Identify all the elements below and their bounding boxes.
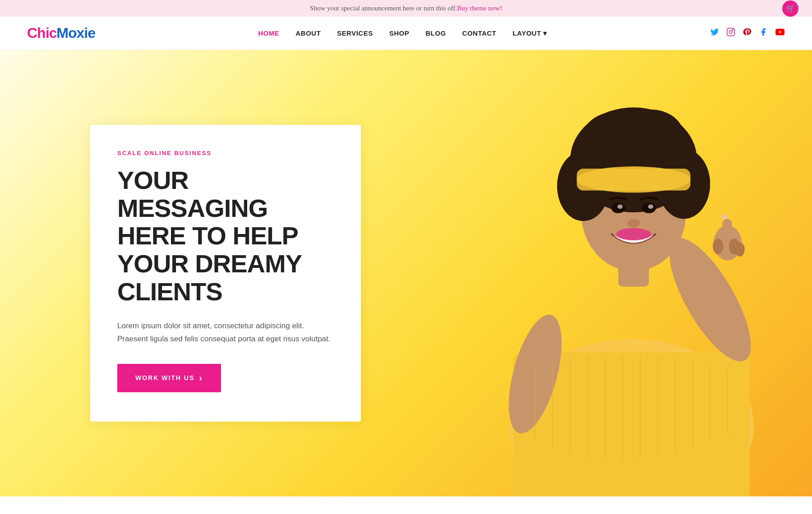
hero-card: SCALE ONLINE BUSINESS YOUR MESSAGING HER… xyxy=(90,125,361,422)
cta-label: WORK WITH US xyxy=(135,374,194,381)
nav-shop[interactable]: SHOP xyxy=(389,29,410,37)
hero-subtitle: SCALE ONLINE BUSINESS xyxy=(117,150,334,156)
cta-arrow-icon: › xyxy=(199,373,203,383)
main-nav: HOME ABOUT SERVICES SHOP BLOG CONTACT LA… xyxy=(258,29,547,37)
nav-services[interactable]: SERVICES xyxy=(337,29,373,37)
svg-rect-0 xyxy=(727,28,735,36)
svg-point-30 xyxy=(518,375,549,399)
site-header: ChicMoxie HOME ABOUT SERVICES SHOP BLOG … xyxy=(0,17,812,50)
svg-point-43 xyxy=(721,215,728,219)
hero-title: YOUR MESSAGING HERE TO HELP YOUR DREAMY … xyxy=(117,166,334,305)
svg-point-2 xyxy=(733,30,734,31)
hero-body: Lorem ipsum dolor sit amet, consectetur … xyxy=(117,320,334,346)
svg-point-22 xyxy=(648,204,654,209)
hero-section: SCALE ONLINE BUSINESS YOUR MESSAGING HER… xyxy=(0,50,812,496)
svg-point-16 xyxy=(586,114,682,175)
svg-point-24 xyxy=(627,219,640,227)
hero-image-area xyxy=(406,50,812,496)
social-icons xyxy=(710,27,785,39)
youtube-icon[interactable] xyxy=(775,27,785,39)
nav-blog[interactable]: BLOG xyxy=(425,29,446,37)
svg-point-23 xyxy=(616,228,651,240)
pinterest-icon[interactable] xyxy=(743,28,752,39)
svg-point-1 xyxy=(729,31,733,34)
buy-theme-link[interactable]: Buy theme now! xyxy=(457,5,502,12)
instagram-icon[interactable] xyxy=(726,28,735,39)
svg-rect-18 xyxy=(577,169,691,190)
nav-home[interactable]: HOME xyxy=(258,29,279,37)
site-logo[interactable]: ChicMoxie xyxy=(27,25,95,41)
announcement-bar: Show your special announcement here or t… xyxy=(0,0,812,17)
svg-point-27 xyxy=(713,239,723,254)
cart-icon[interactable]: 🛒 xyxy=(782,0,798,17)
announcement-text: Show your special announcement here or t… xyxy=(310,5,457,12)
nav-about[interactable]: ABOUT xyxy=(295,29,321,37)
hero-person-illustration xyxy=(442,68,812,496)
logo-chic: Chic xyxy=(27,25,56,41)
facebook-icon[interactable] xyxy=(759,28,768,39)
work-with-us-button[interactable]: WORK WITH US › xyxy=(117,364,221,392)
twitter-icon[interactable] xyxy=(710,28,719,39)
svg-point-29 xyxy=(735,243,744,257)
svg-point-21 xyxy=(618,204,623,209)
cart-icon-glyph: 🛒 xyxy=(786,4,795,13)
nav-contact[interactable]: CONTACT xyxy=(462,29,497,37)
logo-moxie: Moxie xyxy=(56,25,95,41)
nav-layout[interactable]: LAYOUT ▾ xyxy=(512,29,547,37)
